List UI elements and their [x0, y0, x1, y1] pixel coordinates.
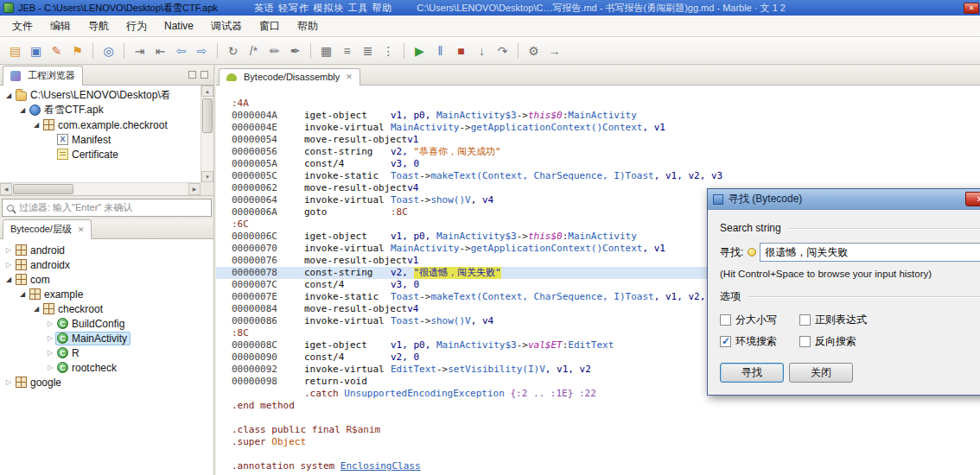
expander-icon[interactable]: ▷ [45, 364, 55, 371]
menu-item-2[interactable]: 编辑 [41, 16, 80, 37]
step-over-icon[interactable]: ↷ [493, 41, 512, 60]
checkbox-box[interactable] [799, 314, 811, 326]
expander-icon[interactable]: ◢ [17, 290, 28, 298]
expander-icon[interactable]: ▷ [3, 246, 14, 254]
tree-item[interactable]: ◢example [0, 287, 213, 301]
option-checkbox-4[interactable]: 反向搜索 [799, 334, 912, 349]
nav-back-icon[interactable]: ⇦ [171, 41, 191, 60]
expander-icon[interactable]: ▷ [45, 320, 55, 327]
tree-item[interactable]: ◢com [0, 272, 213, 287]
sequence-view-icon[interactable]: ⋮ [379, 41, 398, 60]
breakpoint-flag-icon[interactable]: ⚑ [67, 41, 87, 60]
expander-icon[interactable]: ◢ [3, 92, 14, 99]
option-checkbox-2[interactable]: 正则表达式 [799, 313, 912, 327]
nav-forward-icon[interactable]: ⇨ [192, 41, 212, 60]
scroll-up-arrow[interactable]: ▲ [201, 86, 213, 97]
code-line[interactable]: 00000056const-stringv2, "恭喜你，闯关成功" [216, 146, 980, 158]
code-line[interactable] [216, 412, 980, 424]
close-window-button[interactable]: ✕ [964, 3, 979, 14]
tree-item[interactable]: Manifest [0, 132, 200, 147]
tree-item[interactable]: ▷androidx [0, 257, 213, 272]
comment-icon[interactable]: /* [244, 41, 264, 60]
tree-item[interactable]: ▷google [0, 375, 213, 390]
tree-item[interactable]: ▷android [0, 243, 213, 257]
code-line[interactable]: 0000004Aiget-objectv1, p0, MainActivity$… [216, 110, 980, 122]
open-project-icon[interactable]: ▤ [5, 41, 25, 60]
menu-item-5[interactable]: Native [156, 16, 202, 35]
expander-icon[interactable]: ◢ [31, 305, 41, 313]
scroll-down-arrow[interactable]: ▼ [201, 171, 213, 182]
code-line[interactable]: 0000004Einvoke-virtualMainActivity->getA… [216, 122, 980, 134]
tree-item[interactable]: ◢com.example.checkroot [0, 117, 200, 132]
search-input[interactable] [760, 243, 980, 262]
table-view-icon[interactable]: ▦ [316, 41, 336, 60]
menu-item-6[interactable]: 调试器 [202, 16, 251, 37]
step-into-icon[interactable]: ↓ [472, 41, 492, 60]
minimize-view-button[interactable] [188, 71, 196, 79]
option-checkbox-1[interactable]: 分大小写 [720, 313, 799, 327]
expander-icon[interactable]: ▷ [3, 261, 14, 269]
option-checkbox-3[interactable]: 环境搜索 [720, 334, 799, 349]
jump-into-icon[interactable]: ⇥ [130, 41, 150, 60]
menu-item-7[interactable]: 窗口 [251, 16, 289, 37]
code-line[interactable]: 00000054move-result-objectv1 [216, 134, 980, 146]
menu-item-1[interactable]: 文件 [3, 16, 41, 37]
code-line[interactable]: .class public final R$anim [216, 424, 980, 436]
close-tab-icon[interactable]: ✕ [78, 225, 85, 234]
expander-icon[interactable]: ◢ [17, 106, 28, 114]
edit-document-icon[interactable]: ✒ [285, 41, 305, 60]
checkbox-box[interactable] [720, 336, 731, 347]
hierarchy-view-icon[interactable]: ≣ [358, 41, 378, 60]
tab-bytecode-hierarchy[interactable]: Bytecode/层级 ✕ [3, 219, 92, 239]
hscrollbar-thumb[interactable] [13, 184, 73, 194]
tree-item[interactable]: ◢C:\Users\LENOVO\Desktop\看 [0, 88, 200, 103]
tree-item[interactable]: ▷rootcheck [0, 360, 213, 375]
project-tree-vscrollbar[interactable]: ▲ ▼ [200, 86, 213, 182]
scroll-left-arrow[interactable]: ◀ [0, 183, 12, 195]
maximize-view-button[interactable] [200, 71, 208, 79]
rename-icon[interactable]: ✏ [264, 41, 284, 60]
close-tab-icon[interactable]: ✕ [346, 73, 353, 81]
menu-item-4[interactable]: 行为 [118, 16, 156, 37]
tree-item[interactable]: Certificate [0, 147, 200, 162]
filter-input[interactable]: 过滤器: 输入"Enter" 来确认 [2, 199, 212, 217]
code-line[interactable]: .annotation system EnclosingClass [216, 460, 980, 472]
tree-item[interactable]: ▷MainActivity [0, 331, 213, 345]
code-line[interactable] [216, 448, 980, 460]
detach-icon[interactable]: → [544, 41, 564, 60]
settings-gear-icon[interactable]: ⚙ [524, 41, 544, 60]
browser-icon[interactable]: ◎ [99, 41, 118, 60]
dialog-title-bar[interactable]: 寻找 (Bytecode) ✕ [708, 189, 980, 210]
debug-stop-icon[interactable]: ■ [451, 41, 471, 60]
tree-item[interactable]: ▷R [0, 345, 213, 360]
vscrollbar-thumb[interactable] [202, 98, 213, 133]
checkbox-box[interactable] [720, 314, 731, 326]
dialog-close-button[interactable]: ✕ [965, 192, 980, 206]
menu-item-3[interactable]: 导航 [80, 16, 118, 37]
tree-item[interactable]: ▷BuildConfig [0, 316, 213, 331]
debug-start-icon[interactable]: ▶ [410, 41, 430, 60]
code-line[interactable]: :4A [216, 98, 980, 110]
expander-icon[interactable]: ▷ [3, 378, 14, 386]
menu-item-8[interactable]: 帮助 [289, 16, 327, 37]
tree-item[interactable]: ◢看雪CTF.apk [0, 103, 200, 117]
expander-icon[interactable]: ◢ [31, 121, 41, 129]
save-icon[interactable]: ▣ [26, 41, 46, 60]
decompile-icon[interactable]: ↻ [223, 41, 243, 60]
code-line[interactable]: .super Object [216, 436, 980, 448]
close-button[interactable]: 关闭 [789, 363, 853, 383]
debug-pause-icon[interactable]: ‖ [430, 41, 450, 60]
code-line[interactable]: 0000005Aconst/4v3, 0 [216, 158, 980, 170]
scroll-right-arrow[interactable]: ▶ [188, 183, 200, 195]
tab-bytecode-disassembly[interactable]: Bytecode/Disassembly ✕ [219, 68, 360, 86]
edit-script-icon[interactable]: ✎ [47, 41, 67, 60]
tree-view-icon[interactable]: ≡ [337, 41, 357, 60]
expander-icon[interactable]: ▷ [45, 349, 55, 357]
jump-out-icon[interactable]: ⇤ [150, 41, 170, 60]
code-line[interactable]: 0000005Cinvoke-staticToast->makeText(Con… [216, 170, 980, 182]
find-button[interactable]: 寻找 [720, 363, 784, 383]
expander-icon[interactable]: ▷ [45, 334, 55, 342]
code-line[interactable]: .end method [216, 400, 980, 412]
tab-project-explorer[interactable]: 工程浏览器 [3, 66, 83, 86]
checkbox-box[interactable] [799, 336, 811, 347]
